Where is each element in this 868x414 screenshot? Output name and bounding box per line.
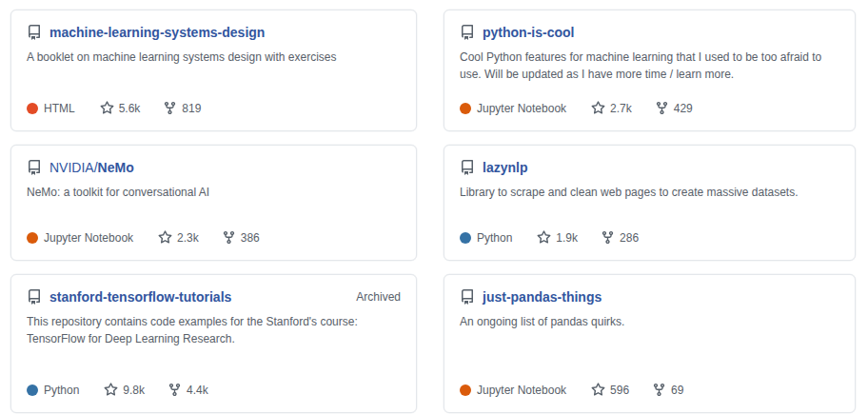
- star-icon: [591, 383, 605, 397]
- repo-card: NVIDIA/NeMo Archived NeMo: a toolkit for…: [10, 145, 417, 261]
- repo-owner: NVIDIA/: [49, 160, 98, 175]
- language-group: Python: [27, 384, 79, 397]
- repo-icon: [460, 289, 475, 305]
- language-dot: [460, 103, 471, 114]
- language-label: Jupyter Notebook: [477, 102, 566, 115]
- language-label: Jupyter Notebook: [44, 231, 133, 245]
- repo-name-link[interactable]: stanford-tensorflow-tutorials: [49, 289, 231, 305]
- forks-link[interactable]: 69: [652, 383, 683, 397]
- repo-description: This repository contains code examples f…: [27, 313, 401, 347]
- fork-count: 386: [241, 231, 260, 245]
- repo-card-header: machine-learning-systems-design Archived: [27, 25, 401, 40]
- star-icon: [158, 230, 172, 245]
- star-count: 9.8k: [123, 384, 145, 397]
- star-count: 2.3k: [177, 231, 199, 245]
- repo-card-header: just-pandas-things Archived: [460, 289, 839, 305]
- repo-card-header: lazynlp Archived: [460, 160, 839, 175]
- language-label: Python: [44, 384, 79, 397]
- repo-description: Cool Python features for machine learnin…: [460, 49, 839, 83]
- stars-link[interactable]: 596: [591, 383, 629, 397]
- repo-card-footer: Python 9.8k 4.4k: [27, 383, 401, 397]
- repo-name: python-is-cool: [483, 25, 574, 40]
- pinned-repositories-grid: machine-learning-systems-design Archived…: [0, 0, 868, 413]
- language-group: Python: [460, 231, 512, 245]
- repo-card-footer: Jupyter Notebook 2.3k 386: [27, 230, 401, 245]
- repo-card-header: python-is-cool Archived: [460, 25, 839, 40]
- repo-icon: [460, 25, 475, 40]
- repo-description: A booklet on machine learning systems de…: [27, 49, 401, 66]
- repo-card: python-is-cool Archived Cool Python feat…: [444, 10, 856, 131]
- stars-link[interactable]: 2.3k: [158, 230, 199, 245]
- fork-icon: [163, 101, 177, 115]
- language-label: HTML: [44, 102, 75, 115]
- forks-link[interactable]: 4.4k: [168, 383, 208, 397]
- repo-card-header: stanford-tensorflow-tutorials Archived: [27, 289, 401, 305]
- repo-description: An ongoing list of pandas quirks.: [460, 313, 839, 330]
- repo-card-footer: Jupyter Notebook 596 69: [460, 383, 839, 397]
- fork-count: 286: [620, 231, 639, 245]
- language-label: Jupyter Notebook: [477, 384, 566, 397]
- repo-name-link[interactable]: lazynlp: [483, 160, 527, 175]
- stars-link[interactable]: 9.8k: [104, 383, 145, 397]
- repo-name: just-pandas-things: [483, 289, 602, 305]
- repo-name-link[interactable]: just-pandas-things: [483, 289, 602, 305]
- fork-count: 69: [671, 384, 683, 397]
- fork-icon: [168, 383, 182, 397]
- fork-count: 4.4k: [187, 384, 208, 397]
- repo-card: just-pandas-things Archived An ongoing l…: [444, 274, 856, 413]
- fork-count: 429: [674, 102, 693, 115]
- repo-card-footer: Python 1.9k 286: [460, 230, 839, 245]
- star-icon: [591, 101, 605, 115]
- repo-name-link[interactable]: NVIDIA/NeMo: [49, 160, 134, 175]
- fork-icon: [652, 383, 666, 397]
- repo-name-link[interactable]: machine-learning-systems-design: [49, 25, 265, 40]
- repo-name: NeMo: [98, 160, 134, 175]
- star-count: 2.7k: [610, 102, 632, 115]
- repo-icon: [460, 160, 475, 175]
- forks-link[interactable]: 386: [222, 230, 260, 245]
- forks-link[interactable]: 429: [655, 101, 693, 115]
- repo-icon: [27, 25, 42, 40]
- repo-card: stanford-tensorflow-tutorials Archived T…: [10, 274, 417, 413]
- language-dot: [27, 384, 38, 396]
- repo-card-footer: Jupyter Notebook 2.7k 429: [460, 101, 839, 115]
- repo-description: Library to scrape and clean web pages to…: [460, 184, 839, 201]
- stars-link[interactable]: 1.9k: [537, 230, 578, 245]
- star-count: 596: [610, 384, 629, 397]
- repo-card: machine-learning-systems-design Archived…: [10, 10, 417, 131]
- language-dot: [27, 103, 38, 114]
- star-count: 5.6k: [119, 102, 141, 115]
- repo-description: NeMo: a toolkit for conversational AI: [27, 184, 401, 201]
- archived-badge: Archived: [356, 290, 401, 304]
- language-group: Jupyter Notebook: [460, 102, 566, 115]
- fork-icon: [222, 230, 236, 245]
- fork-icon: [601, 230, 615, 245]
- repo-icon: [27, 289, 42, 305]
- language-group: HTML: [27, 102, 75, 115]
- repo-name-link[interactable]: python-is-cool: [483, 25, 574, 40]
- stars-link[interactable]: 2.7k: [591, 101, 632, 115]
- language-dot: [460, 384, 471, 396]
- language-dot: [460, 232, 471, 244]
- fork-icon: [655, 101, 669, 115]
- star-icon: [100, 101, 114, 115]
- forks-link[interactable]: 819: [163, 101, 201, 115]
- star-icon: [104, 383, 118, 397]
- fork-count: 819: [182, 102, 201, 115]
- repo-icon: [27, 160, 42, 175]
- star-count: 1.9k: [556, 231, 578, 245]
- repo-name: lazynlp: [483, 160, 527, 175]
- language-label: Python: [477, 231, 512, 245]
- forks-link[interactable]: 286: [601, 230, 639, 245]
- language-dot: [27, 232, 38, 244]
- repo-name: machine-learning-systems-design: [49, 25, 265, 40]
- repo-card-header: NVIDIA/NeMo Archived: [27, 160, 401, 175]
- language-group: Jupyter Notebook: [460, 384, 566, 397]
- language-group: Jupyter Notebook: [27, 231, 133, 245]
- repo-card-footer: HTML 5.6k 819: [27, 101, 401, 115]
- star-icon: [537, 230, 551, 245]
- stars-link[interactable]: 5.6k: [100, 101, 141, 115]
- repo-card: lazynlp Archived Library to scrape and c…: [444, 145, 856, 261]
- repo-name: stanford-tensorflow-tutorials: [49, 289, 231, 305]
